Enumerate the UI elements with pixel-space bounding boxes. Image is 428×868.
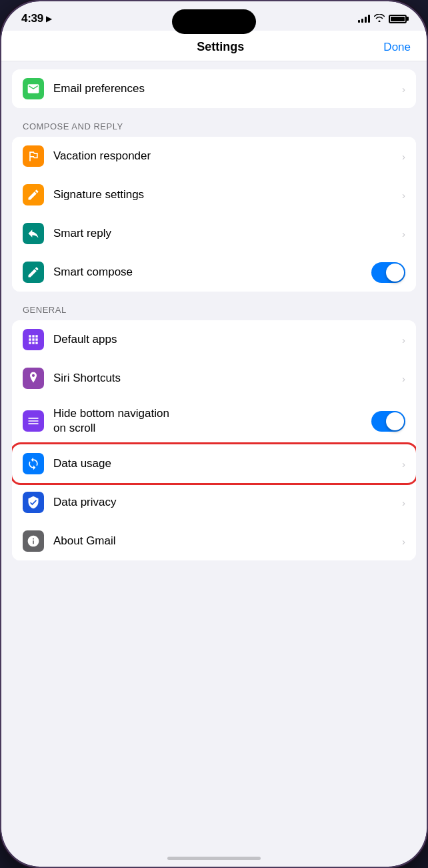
chevron-icon: › [402, 536, 405, 547]
wifi-icon [374, 13, 385, 24]
about-gmail-row[interactable]: About Gmail › [12, 522, 416, 560]
general-card: Default apps › Siri Shortcuts › [12, 320, 416, 560]
battery-icon [389, 15, 407, 23]
vacation-icon [23, 145, 44, 167]
smart-reply-label: Smart reply [53, 226, 398, 241]
siri-icon [23, 368, 44, 389]
status-icons [358, 13, 407, 24]
siri-shortcuts-label: Siri Shortcuts [53, 371, 398, 386]
phone-frame: 4:39 ▶ [0, 0, 428, 868]
data-privacy-label: Data privacy [53, 495, 398, 510]
data-privacy-icon [23, 492, 44, 513]
about-gmail-label: About Gmail [53, 534, 398, 548]
location-icon: ▶ [46, 14, 52, 23]
dynamic-island [172, 9, 256, 34]
smart-compose-row[interactable]: Smart compose [12, 253, 416, 292]
nav-title: Settings [197, 40, 244, 54]
data-usage-row[interactable]: Data usage › [12, 444, 416, 483]
home-indicator [167, 857, 261, 860]
chevron-icon: › [402, 334, 405, 346]
chevron-icon: › [402, 228, 405, 240]
screen: 4:39 ▶ [1, 1, 427, 867]
hide-nav-toggle[interactable] [371, 411, 405, 432]
compose-reply-header: COMPOSE AND REPLY [12, 108, 416, 137]
signature-settings-label: Signature settings [53, 187, 398, 202]
general-header: GENERAL [12, 292, 416, 320]
smart-compose-icon [23, 262, 44, 283]
smart-compose-toggle[interactable] [371, 262, 405, 283]
email-preferences-row[interactable]: Email preferences › [12, 69, 416, 108]
chevron-icon: › [402, 151, 405, 162]
smart-compose-label: Smart compose [53, 265, 371, 280]
smart-reply-row[interactable]: Smart reply › [12, 214, 416, 253]
top-card: Email preferences › [12, 69, 416, 108]
content: Email preferences › COMPOSE AND REPLY Va… [1, 61, 427, 840]
default-apps-row[interactable]: Default apps › [12, 320, 416, 359]
about-gmail-icon [23, 530, 44, 552]
default-apps-icon [23, 329, 44, 350]
data-privacy-row[interactable]: Data privacy › [12, 483, 416, 522]
hide-nav-label: Hide bottom navigationon scroll [53, 406, 371, 436]
hide-nav-row[interactable]: Hide bottom navigationon scroll [12, 398, 416, 444]
signature-icon [23, 184, 44, 205]
signature-settings-row[interactable]: Signature settings › [12, 175, 416, 214]
default-apps-label: Default apps [53, 332, 398, 347]
compose-reply-card: Vacation responder › Signature settings … [12, 137, 416, 292]
signal-icon [358, 15, 370, 23]
siri-shortcuts-row[interactable]: Siri Shortcuts › [12, 359, 416, 398]
data-usage-icon [23, 453, 44, 474]
nav-bar: Settings Done [1, 31, 427, 61]
smart-reply-icon [23, 223, 44, 244]
email-preferences-label: Email preferences [53, 81, 398, 96]
email-icon [23, 78, 44, 99]
vacation-responder-row[interactable]: Vacation responder › [12, 137, 416, 175]
chevron-icon: › [402, 189, 405, 201]
chevron-icon: › [402, 497, 405, 508]
chevron-icon: › [402, 373, 405, 384]
status-time: 4:39 [21, 12, 43, 25]
chevron-icon: › [402, 458, 405, 470]
chevron-icon: › [402, 83, 405, 95]
data-usage-label: Data usage [53, 456, 398, 471]
vacation-responder-label: Vacation responder [53, 149, 398, 163]
done-button[interactable]: Done [383, 41, 411, 54]
hide-nav-icon [23, 410, 44, 432]
